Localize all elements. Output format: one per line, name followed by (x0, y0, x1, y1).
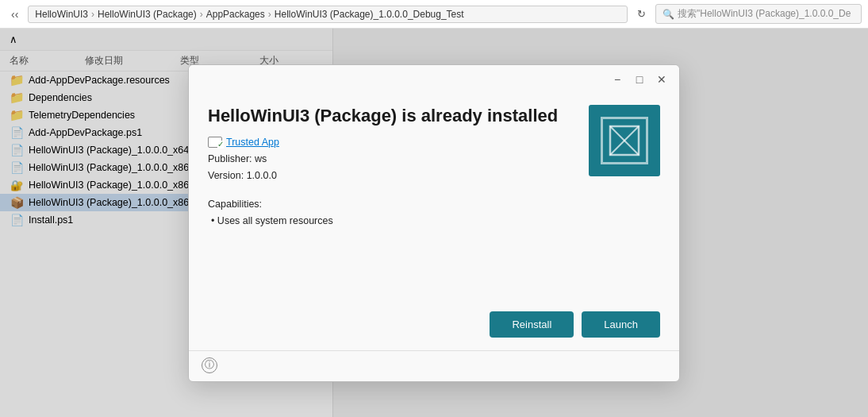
dialog-info-row: ⓘ (189, 350, 679, 381)
launch-button[interactable]: Launch (582, 311, 660, 338)
trusted-app-row: Trusted App (208, 137, 573, 148)
reinstall-button[interactable]: Reinstall (490, 311, 574, 338)
dialog-titlebar: − □ ✕ (189, 65, 679, 92)
info-icon[interactable]: ⓘ (202, 357, 217, 373)
breadcrumb-item-1[interactable]: HelloWinUI3 (35, 9, 88, 20)
dialog-body: HelloWinUI3 (Package) is already install… (189, 92, 679, 295)
maximize-button[interactable]: □ (628, 70, 651, 89)
breadcrumb-sep-3: › (268, 9, 271, 20)
capabilities-item: Uses all system resources (208, 213, 573, 230)
trusted-app-label[interactable]: Trusted App (226, 137, 279, 148)
publisher-text: Publisher: ws (208, 151, 573, 168)
breadcrumb-sep-1: › (91, 9, 94, 20)
dialog-title: HelloWinUI3 (Package) is already install… (208, 105, 573, 128)
address-bar: ‹‹ HelloWinUI3 › HelloWinUI3 (Package) ›… (0, 0, 868, 29)
capabilities-section: Capabilities: Uses all system resources (208, 196, 573, 230)
breadcrumb-item-2[interactable]: HelloWinUI3 (Package) (98, 9, 197, 20)
breadcrumb-item-3[interactable]: AppPackages (206, 9, 265, 20)
dialog-meta: Publisher: ws Version: 1.0.0.0 (208, 151, 573, 185)
refresh-button[interactable]: ↻ (632, 6, 651, 21)
version-text: Version: 1.0.0.0 (208, 168, 573, 184)
trusted-icon (208, 137, 222, 148)
dialog-overlay: − □ ✕ HelloWinUI3 (Package) is already i… (0, 29, 868, 417)
search-placeholder-text: 搜索"HelloWinUI3 (Package)_1.0.0.0_De (678, 7, 851, 21)
close-button[interactable]: ✕ (651, 70, 673, 89)
main-area: ∧ 名称 修改日期 类型 大小 Add-AppDevPackage.resour… (0, 29, 868, 417)
app-icon-svg (609, 125, 640, 156)
breadcrumb-item-4[interactable]: HelloWinUI3 (Package)_1.0.0.0_Debug_Test (275, 9, 464, 20)
app-icon-placeholder (601, 117, 648, 164)
breadcrumb-sep-2: › (200, 9, 203, 20)
search-icon: 🔍 (663, 9, 674, 20)
install-dialog: − □ ✕ HelloWinUI3 (Package) is already i… (188, 64, 680, 382)
capabilities-title: Capabilities: (208, 196, 573, 213)
back-button[interactable]: ‹‹ (6, 6, 23, 22)
search-box[interactable]: 🔍 搜索"HelloWinUI3 (Package)_1.0.0.0_De (655, 4, 862, 24)
breadcrumb[interactable]: HelloWinUI3 › HelloWinUI3 (Package) › Ap… (28, 6, 628, 23)
dialog-footer: Reinstall Launch (189, 295, 679, 350)
minimize-button[interactable]: − (606, 70, 628, 89)
dialog-content: HelloWinUI3 (Package) is already install… (208, 105, 573, 295)
app-icon (589, 105, 660, 176)
